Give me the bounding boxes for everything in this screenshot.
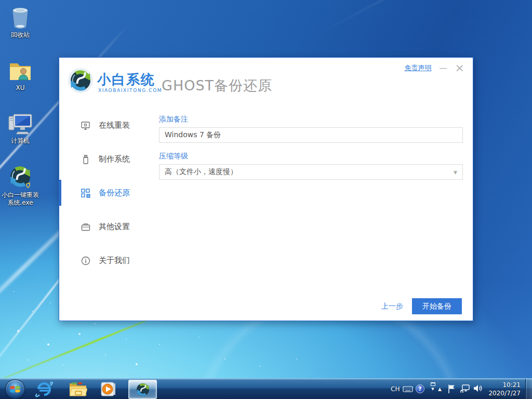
sidebar-item-make-system[interactable]: 制作系统 [59,142,153,176]
compress-level-value: 高（文件小，速度慢） [165,167,237,177]
desktop-icon-xiaobai-installer[interactable]: 小白一键重装系统.exe [0,164,41,207]
show-hidden-icons-button[interactable]: ▲ [438,387,442,392]
folder-icon [69,381,87,397]
desktop-icon-recycle-bin[interactable]: 回收站 [0,4,41,39]
info-icon [81,256,90,265]
desktop-icon-computer[interactable]: 计算机 [0,111,41,145]
desktop-icon-label: 小白一键重装系统.exe [0,191,41,207]
xiaobai-app-icon [7,164,33,190]
clock-time: 10:21 [488,381,521,389]
sidebar-item-label: 在线重装 [99,121,130,130]
media-player-icon [100,381,116,397]
page-title: GHOST备份还原 [162,76,272,95]
close-button[interactable]: × [455,64,464,72]
computer-icon [7,111,33,136]
disclaimer-link[interactable]: 免责声明 [405,63,432,73]
window-controls: 免责声明 — × [405,63,464,73]
backup-restore-icon [81,189,90,198]
start-button[interactable] [5,379,25,399]
sidebar-item-about-us[interactable]: 关于我们 [59,244,153,277]
sidebar-item-online-reinstall[interactable]: 在线重装 [59,109,153,142]
action-center-flag-icon[interactable] [447,384,456,394]
brand-name: 小白系统 [97,71,155,89]
network-icon[interactable] [460,384,470,394]
clock-date: 2020/7/27 [488,389,521,397]
taskbar: CH ? ▼ ▲ 10:21 2020/7/27 [0,378,532,399]
start-backup-button[interactable]: 开始备份 [412,298,462,314]
usb-drive-icon [81,155,90,164]
compress-level-select[interactable]: 高（文件小，速度慢） ▼ [159,164,463,180]
taskbar-clock[interactable]: 10:21 2020/7/27 [488,381,521,397]
sidebar-item-label: 关于我们 [99,256,130,265]
sidebar-item-label: 制作系统 [99,154,130,164]
desktop-icon-label: 回收站 [0,31,41,39]
note-input[interactable] [159,127,463,143]
chevron-down-icon: ▼ [429,387,436,392]
desktop-icon-label: 计算机 [0,137,41,145]
help-icon[interactable]: ? [416,384,424,393]
folder-user-icon [8,58,33,83]
wallpaper-sparkles [0,0,1,1]
taskbar-xiaobai-app-button[interactable] [128,380,157,399]
taskbar-explorer-button[interactable] [69,381,87,397]
wallpaper-streak [322,0,532,33]
sidebar-item-label: 其他设置 [99,222,130,232]
desktop-icon-label: XU [0,84,41,92]
chevron-down-icon: ▼ [454,170,457,175]
xiaobai-app-icon [135,382,151,397]
volume-icon[interactable] [473,384,483,393]
back-button[interactable]: 上一步 [376,301,408,312]
sidebar-item-backup-restore[interactable]: 备份还原 [59,176,153,210]
language-bar-options[interactable]: ▼ [429,382,436,392]
brand-domain: XIAOBAIXITONG.COM [98,88,162,93]
taskbar-media-player-button[interactable] [100,381,116,397]
language-bar-icon [431,382,435,386]
monitor-reinstall-icon [81,121,90,130]
taskbar-ie-button[interactable] [35,381,53,397]
windows-logo-icon [9,384,21,394]
recycle-bin-icon [8,4,32,30]
minimize-button[interactable]: — [440,64,447,72]
sidebar-item-other-settings[interactable]: 其他设置 [59,210,153,244]
internet-explorer-icon [35,381,53,397]
xiaobai-logo-icon [68,68,94,94]
language-indicator[interactable]: CH [391,385,400,393]
desktop-icon-xu-folder[interactable]: XU [0,58,41,92]
show-desktop-button[interactable] [525,379,532,399]
keyboard-icon[interactable] [403,385,413,393]
compress-level-label: 压缩等级 [159,152,188,161]
note-label: 添加备注 [159,115,188,124]
briefcase-icon [81,222,90,232]
sidebar-item-label: 备份还原 [99,188,130,198]
xiaobai-app-window: 免责声明 — × 小白系统 XIAOBAIXITONG.COM GHOST备份还… [59,57,473,321]
